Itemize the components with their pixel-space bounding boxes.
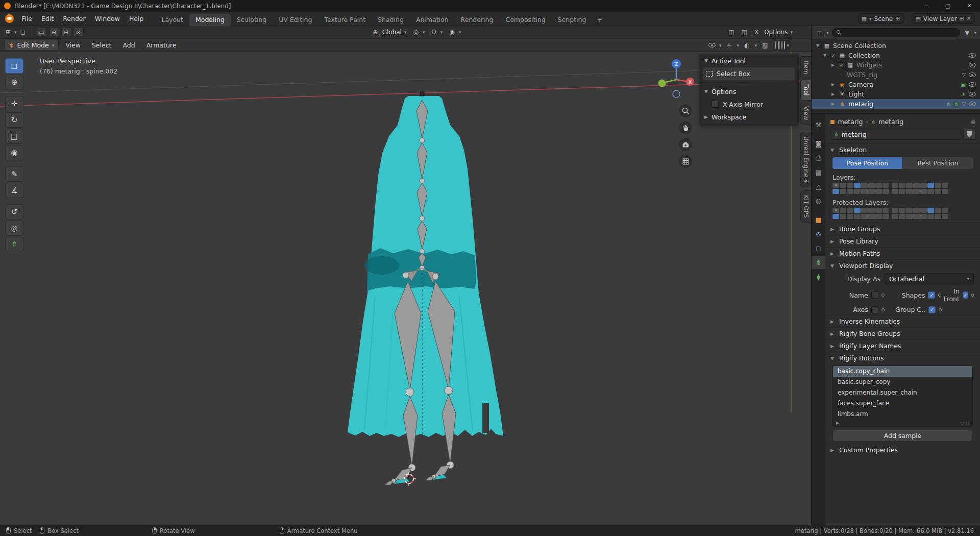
workspace-rendering[interactable]: Rendering: [455, 14, 500, 26]
layer-toggle[interactable]: [832, 214, 839, 219]
workspace-texture-paint[interactable]: Texture Paint: [318, 14, 372, 26]
section-rigify-bone-groups[interactable]: ▶ Rigify Bone Groups: [825, 327, 980, 339]
in-front-checkbox[interactable]: [963, 291, 968, 299]
select-mode-extend-icon[interactable]: ⊞: [49, 28, 59, 37]
layer-toggle[interactable]: [899, 189, 905, 194]
outliner-row-scene-collection[interactable]: ▼ ▦ Scene Collection: [812, 41, 980, 51]
layer-toggle[interactable]: [832, 189, 839, 194]
layer-toggle[interactable]: [861, 189, 868, 194]
outliner-row-metarig[interactable]: ▶ ⋔ metarig ⋔ ⋔ ▽: [812, 99, 980, 109]
list-item[interactable]: limbs.arm: [833, 409, 972, 420]
section-pose-library[interactable]: ▶ Pose Library: [825, 235, 980, 247]
layer-toggle[interactable]: [854, 208, 861, 213]
layer-toggle[interactable]: [899, 208, 905, 213]
gizmos-icon[interactable]: ✛: [725, 42, 733, 49]
hide-eye-icon[interactable]: [969, 82, 976, 87]
workspace-shading[interactable]: Shading: [372, 14, 410, 26]
tab-constraints[interactable]: ⊓: [812, 242, 825, 255]
tool-scale[interactable]: ◱: [5, 129, 23, 144]
expand-arrow-icon[interactable]: ▼: [815, 43, 821, 48]
collection-checkbox[interactable]: ✓: [839, 62, 844, 68]
tool-annotate[interactable]: ✎: [5, 166, 23, 182]
3d-viewport[interactable]: ◻ ⊕ ✛ ↻ ◱ ◉ ✎ ∡ ↺ ◎ ⇑ User Pe: [0, 52, 811, 525]
layer-toggle[interactable]: [927, 189, 934, 194]
outliner-row-light[interactable]: ▶ ☀ Light ☀: [812, 89, 980, 99]
layer-toggle[interactable]: [883, 189, 889, 194]
layer-toggle[interactable]: [906, 189, 913, 194]
pose-position-button[interactable]: Pose Position: [832, 157, 902, 169]
mirror-b-icon[interactable]: ◫: [740, 29, 749, 36]
breadcrumb-data[interactable]: metarig: [878, 118, 903, 126]
resize-grip-icon[interactable]: ::::: [961, 421, 969, 426]
workspace-modeling[interactable]: Modeling: [189, 14, 231, 26]
layer-toggle[interactable]: [906, 183, 913, 188]
workspace-compositing[interactable]: Compositing: [499, 14, 551, 26]
hide-eye-icon[interactable]: [969, 63, 976, 67]
active-tool-panel-header[interactable]: ▼ Active Tool: [699, 54, 798, 67]
tab-tool[interactable]: Tool: [800, 80, 811, 100]
layer-toggle[interactable]: [868, 183, 875, 188]
tool-cursor[interactable]: ⊕: [5, 75, 23, 90]
zoom-button[interactable]: [679, 104, 692, 117]
view-layer-selector[interactable]: ▤ View Layer ⊞ ✕: [912, 13, 975, 24]
layer-toggle[interactable]: [935, 214, 941, 219]
workspace-panel-header[interactable]: ▶ Workspace: [699, 110, 798, 124]
hide-eye-icon[interactable]: [969, 72, 976, 77]
menu-render[interactable]: Render: [58, 12, 90, 26]
tab-world[interactable]: ◍: [812, 194, 825, 207]
layer-toggle[interactable]: [920, 183, 927, 188]
section-custom-properties[interactable]: ▶ Custom Properties: [825, 444, 980, 456]
layer-toggle[interactable]: [913, 208, 920, 213]
layer-toggle[interactable]: [854, 189, 861, 194]
ortho-toggle-button[interactable]: [679, 155, 692, 168]
filter-icon[interactable]: ▼: [963, 29, 971, 36]
layer-toggle[interactable]: [847, 189, 853, 194]
layer-toggle[interactable]: [942, 208, 948, 213]
tab-physics[interactable]: ⊚: [812, 228, 825, 240]
tool-transform[interactable]: ◉: [5, 145, 23, 160]
outliner-row-wgts-rig[interactable]: ◦ WGTS_rig ▽: [812, 70, 980, 80]
layer-toggle[interactable]: [883, 183, 889, 188]
shading-solid-icon[interactable]: [778, 41, 780, 50]
add-workspace-button[interactable]: +: [592, 14, 607, 26]
layer-toggle[interactable]: [875, 183, 882, 188]
layer-toggle[interactable]: [840, 183, 846, 188]
layer-toggle[interactable]: [854, 214, 861, 219]
menu-edit[interactable]: Edit: [37, 12, 58, 26]
workspace-uv-editing[interactable]: UV Editing: [273, 14, 318, 26]
layer-toggle[interactable]: [883, 208, 889, 213]
list-item[interactable]: basic.copy_chain: [833, 366, 972, 377]
new-scene-icon[interactable]: ⊞: [895, 15, 900, 22]
layer-toggle[interactable]: [868, 214, 875, 219]
shading-rendered-icon[interactable]: [784, 41, 785, 49]
workspace-sculpting[interactable]: Sculpting: [231, 14, 273, 26]
menu-window[interactable]: Window: [90, 12, 125, 26]
name-checkbox[interactable]: [871, 291, 878, 299]
section-viewport-display[interactable]: ▼ Viewport Display: [825, 259, 980, 272]
tab-scene[interactable]: △: [812, 180, 825, 193]
shapes-checkbox[interactable]: [928, 291, 935, 299]
section-skeleton[interactable]: ▼ Skeleton: [825, 143, 980, 156]
snap-toggle[interactable]: Ω ▾: [430, 29, 443, 36]
pan-button[interactable]: [679, 121, 692, 134]
tool-move[interactable]: ✛: [5, 96, 23, 111]
group-colors-checkbox[interactable]: [928, 306, 936, 313]
layer-toggle[interactable]: [854, 183, 861, 188]
select-mode-intersect-icon[interactable]: ⊠: [74, 28, 84, 37]
blender-menu-icon[interactable]: [5, 14, 14, 23]
scene-selector[interactable]: ▦ ▾ Scene ⊞: [858, 13, 904, 24]
layer-toggle[interactable]: [847, 214, 853, 219]
menu-help[interactable]: Help: [125, 12, 149, 26]
list-item[interactable]: faces.super_face: [833, 398, 972, 409]
outliner-row-collection[interactable]: ▼ ✓ ▦ Collection: [812, 51, 980, 60]
gizmo-minus-z-axis[interactable]: [673, 90, 680, 98]
armature-name-field[interactable]: ⋔ metarig: [830, 129, 961, 140]
list-item[interactable]: basic.super_copy: [833, 377, 972, 387]
layer-toggle[interactable]: [906, 208, 913, 213]
layer-toggle[interactable]: [927, 214, 934, 219]
layer-toggle[interactable]: [920, 208, 927, 213]
expand-arrow-icon[interactable]: ▶: [830, 92, 836, 96]
layer-toggle[interactable]: [847, 183, 853, 188]
maximize-button[interactable]: ▢: [937, 0, 959, 12]
xray-toggle-icon[interactable]: ▨: [761, 42, 769, 49]
